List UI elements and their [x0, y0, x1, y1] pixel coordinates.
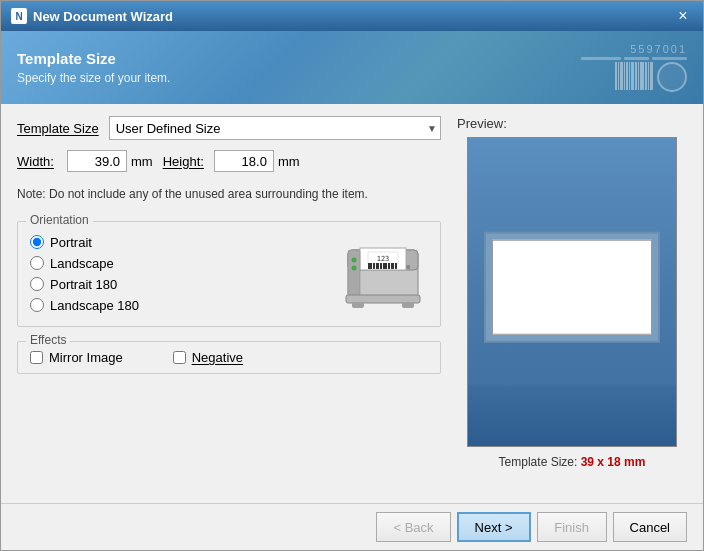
cd-icon — [657, 62, 687, 92]
template-size-label: Template Size — [17, 121, 99, 136]
portrait180-option[interactable]: Portrait 180 — [30, 277, 139, 292]
header-subtitle: Specify the size of your item. — [17, 71, 170, 85]
portrait180-radio[interactable] — [30, 277, 44, 291]
width-input[interactable] — [67, 150, 127, 172]
portrait180-label: Portrait 180 — [50, 277, 117, 292]
svg-rect-7 — [635, 62, 637, 90]
height-input[interactable] — [214, 150, 274, 172]
preview-bottom — [468, 386, 676, 446]
landscape180-radio[interactable] — [30, 298, 44, 312]
svg-rect-22 — [380, 263, 382, 269]
title-bar: N New Document Wizard × — [1, 1, 703, 31]
svg-rect-10 — [645, 62, 647, 90]
svg-rect-11 — [648, 62, 649, 90]
svg-rect-31 — [352, 302, 364, 308]
note-text: Note: Do not include any of the unused a… — [17, 182, 441, 207]
template-size-row: Template Size User Defined Size 4x6 inch… — [17, 116, 441, 140]
portrait-label: Portrait — [50, 235, 92, 250]
mirror-image-option[interactable]: Mirror Image — [30, 350, 123, 365]
header-decoration: 5597001 — [581, 43, 687, 92]
svg-rect-9 — [640, 62, 644, 90]
width-label: Width: — [17, 154, 57, 169]
mirror-image-label: Mirror Image — [49, 350, 123, 365]
footer: < Back Next > Finish Cancel — [1, 503, 703, 550]
svg-rect-26 — [395, 263, 397, 269]
template-size-value: 39 x 18 mm — [581, 455, 646, 469]
left-panel: Template Size User Defined Size 4x6 inch… — [17, 116, 441, 491]
height-unit: mm — [278, 154, 300, 169]
height-input-group: mm — [214, 150, 300, 172]
next-button[interactable]: Next > — [457, 512, 531, 542]
portrait-option[interactable]: Portrait — [30, 235, 139, 250]
svg-point-28 — [352, 257, 357, 262]
svg-rect-32 — [402, 302, 414, 308]
svg-rect-1 — [618, 62, 619, 90]
header-banner: Template Size Specify the size of your i… — [1, 31, 703, 104]
svg-point-29 — [352, 265, 357, 270]
svg-rect-20 — [373, 263, 375, 269]
svg-rect-21 — [376, 263, 379, 269]
landscape-label: Landscape — [50, 256, 114, 271]
template-size-prefix: Template Size: — [499, 455, 581, 469]
printer-svg: 123 — [338, 230, 428, 315]
preview-label: Preview: — [457, 116, 507, 131]
template-size-select[interactable]: User Defined Size 4x6 inch 2x1 inch — [109, 116, 441, 140]
right-panel: Preview: Template Size: 39 x 18 mm — [457, 116, 687, 491]
width-input-group: mm — [67, 150, 153, 172]
orientation-legend: Orientation — [26, 213, 93, 227]
barcode-icon — [615, 62, 655, 92]
svg-text:123: 123 — [377, 255, 390, 263]
back-button[interactable]: < Back — [376, 512, 450, 542]
finish-button[interactable]: Finish — [537, 512, 607, 542]
mirror-image-checkbox[interactable] — [30, 351, 43, 364]
width-unit: mm — [131, 154, 153, 169]
dialog: N New Document Wizard × Template Size Sp… — [0, 0, 704, 551]
svg-rect-25 — [391, 263, 394, 269]
svg-rect-23 — [383, 263, 387, 269]
svg-rect-3 — [624, 62, 625, 90]
landscape-option[interactable]: Landscape — [30, 256, 139, 271]
svg-rect-2 — [620, 62, 623, 90]
svg-rect-4 — [626, 62, 628, 90]
orientation-section: Orientation Portrait Landscape — [17, 221, 441, 327]
dialog-title: New Document Wizard — [33, 9, 173, 24]
svg-rect-6 — [631, 62, 634, 90]
landscape180-option[interactable]: Landscape 180 — [30, 298, 139, 313]
header-title: Template Size — [17, 50, 170, 67]
svg-rect-8 — [638, 62, 639, 90]
printer-illustration: 123 — [338, 230, 428, 318]
dimensions-row: Width: mm Height: mm — [17, 150, 441, 172]
preview-label-area — [492, 240, 652, 335]
landscape180-label: Landscape 180 — [50, 298, 139, 313]
effects-legend: Effects — [26, 333, 70, 347]
effects-section: Effects Mirror Image Negative — [17, 341, 441, 374]
app-icon: N — [11, 8, 27, 24]
svg-rect-12 — [650, 62, 653, 90]
svg-rect-19 — [368, 263, 372, 269]
landscape-radio[interactable] — [30, 256, 44, 270]
height-label: Height: — [163, 154, 204, 169]
negative-label: Negative — [192, 350, 243, 365]
svg-rect-0 — [615, 62, 617, 90]
preview-box — [467, 137, 677, 447]
negative-checkbox[interactable] — [173, 351, 186, 364]
cancel-button[interactable]: Cancel — [613, 512, 687, 542]
template-size-display: Template Size: 39 x 18 mm — [499, 455, 646, 469]
svg-rect-24 — [388, 263, 390, 269]
template-size-select-wrapper: User Defined Size 4x6 inch 2x1 inch ▼ — [109, 116, 441, 140]
close-button[interactable]: × — [673, 6, 693, 26]
portrait-radio[interactable] — [30, 235, 44, 249]
negative-option[interactable]: Negative — [173, 350, 243, 365]
content-area: Template Size User Defined Size 4x6 inch… — [1, 104, 703, 503]
svg-rect-30 — [346, 295, 420, 303]
svg-rect-5 — [629, 62, 630, 90]
orientation-options: Portrait Landscape Portrait 180 Lan — [30, 235, 139, 313]
